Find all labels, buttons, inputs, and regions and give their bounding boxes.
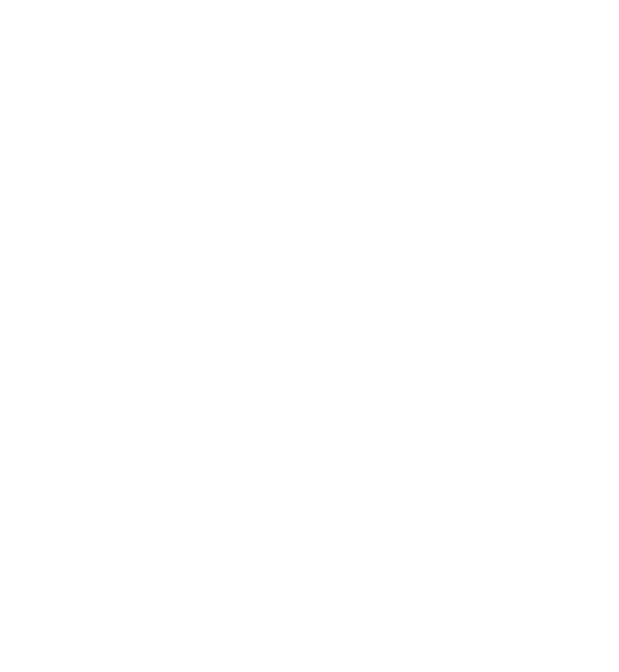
nn-architecture-diagram [0,0,619,672]
